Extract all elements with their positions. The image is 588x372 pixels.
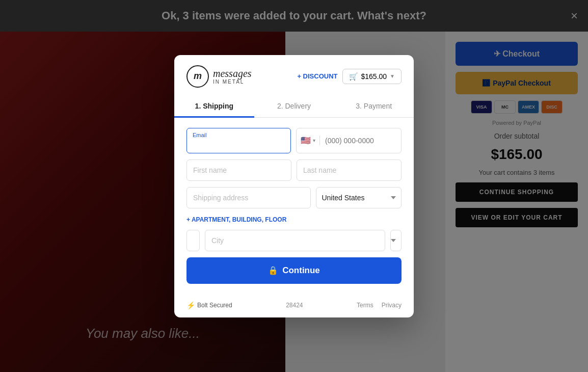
- bolt-badge: ⚡ Bolt Secured: [186, 301, 232, 309]
- checkout-modal: m messages in metal + DISCOUNT 🛒 $165.00…: [174, 55, 414, 317]
- phone-input[interactable]: [320, 130, 402, 151]
- address-country-row: United States Canada United Kingdom: [186, 187, 402, 208]
- email-phone-row: Email 🇺🇸 ▾: [186, 128, 402, 153]
- logo-subname: in metal: [213, 79, 252, 85]
- continue-button[interactable]: 🔒 Continue: [186, 257, 402, 284]
- city-input[interactable]: [205, 230, 385, 251]
- us-flag-icon: 🇺🇸: [301, 136, 311, 145]
- logo-container: m messages in metal: [186, 65, 252, 88]
- modal-footer: ⚡ Bolt Secured 28424 Terms Privacy: [174, 296, 414, 317]
- logo-name: messages: [213, 68, 252, 79]
- chevron-down-icon: ▼: [390, 73, 395, 79]
- phone-field-container: 🇺🇸 ▾: [296, 128, 402, 153]
- name-row: [186, 160, 402, 181]
- checkout-tabs: 1. Shipping 2. Delivery 3. Payment: [174, 96, 414, 118]
- footer-links: Terms Privacy: [357, 302, 402, 309]
- bolt-icon: ⚡: [186, 301, 195, 309]
- tab-delivery[interactable]: 2. Delivery: [254, 96, 334, 118]
- country-select[interactable]: United States Canada United Kingdom: [316, 187, 402, 208]
- modal-overlay: m messages in metal + DISCOUNT 🛒 $165.00…: [0, 0, 588, 372]
- lock-icon: 🔒: [268, 265, 278, 275]
- cart-amount: $165.00: [361, 72, 387, 81]
- shipping-form: Email 🇺🇸 ▾ Un: [174, 118, 414, 296]
- continue-label: Continue: [282, 265, 320, 276]
- email-input[interactable]: [186, 128, 291, 153]
- logo-circle: m: [186, 65, 209, 88]
- zip-input[interactable]: [186, 230, 200, 251]
- first-name-input[interactable]: [186, 160, 291, 181]
- discount-link[interactable]: + DISCOUNT: [297, 72, 337, 80]
- last-name-input[interactable]: [297, 160, 402, 181]
- tab-shipping[interactable]: 1. Shipping: [174, 96, 254, 118]
- shipping-address-input[interactable]: [186, 187, 311, 208]
- cart-pill[interactable]: 🛒 $165.00 ▼: [342, 69, 402, 84]
- zip-city-state-row: PA NY CA TX FL: [186, 230, 402, 251]
- bolt-label: Bolt Secured: [197, 302, 232, 309]
- phone-flag-chevron: ▾: [313, 138, 315, 143]
- header-right: + DISCOUNT 🛒 $165.00 ▼: [297, 69, 402, 84]
- apartment-link[interactable]: + APARTMENT, BUILDING, FLOOR: [186, 216, 286, 223]
- footer-zip: 28424: [286, 302, 303, 309]
- modal-header: m messages in metal + DISCOUNT 🛒 $165.00…: [174, 55, 414, 88]
- email-field-container: Email: [186, 128, 291, 153]
- apartment-row: + APARTMENT, BUILDING, FLOOR: [186, 215, 402, 224]
- cart-icon: 🛒: [349, 72, 358, 81]
- privacy-link[interactable]: Privacy: [382, 302, 402, 309]
- terms-link[interactable]: Terms: [357, 302, 373, 309]
- phone-country-selector[interactable]: 🇺🇸 ▾: [297, 136, 320, 145]
- logo-text-block: messages in metal: [213, 68, 252, 85]
- tab-payment[interactable]: 3. Payment: [334, 96, 414, 118]
- state-select[interactable]: PA NY CA TX FL: [390, 230, 402, 251]
